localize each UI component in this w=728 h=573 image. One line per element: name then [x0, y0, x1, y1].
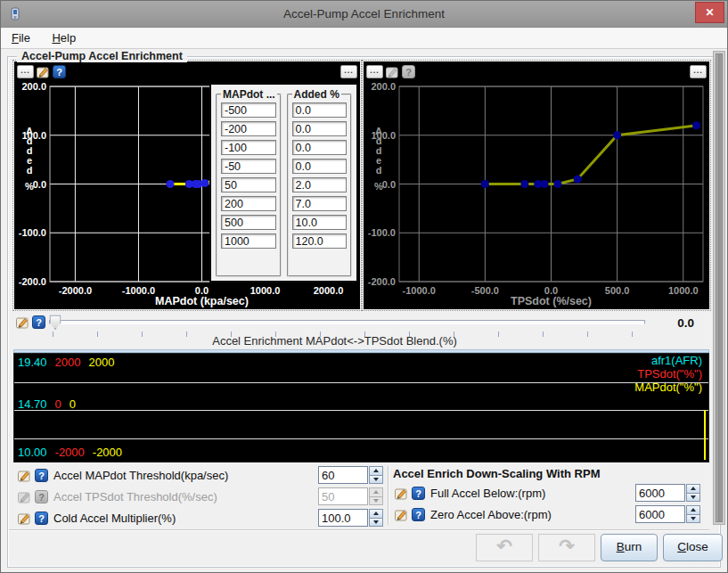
- help-icon[interactable]: ?: [53, 65, 66, 78]
- spinner-up-button[interactable]: [369, 487, 383, 496]
- cold-accel-multiplier-field[interactable]: 100.0: [318, 509, 368, 527]
- svg-text:0.0: 0.0: [33, 179, 46, 190]
- curve-table-cell[interactable]: 200: [221, 196, 276, 211]
- blend-slider-row: ? 0.0 Accel Enrichment MAPdot<->TPSdot B…: [13, 313, 709, 350]
- curve-table-cell[interactable]: 0.0: [292, 102, 348, 118]
- svg-text:%: %: [25, 181, 34, 192]
- accel-mapdot-threshold-row: ?Accel MAPdot Threshold(kpa/sec)60: [13, 464, 389, 486]
- svg-text:d: d: [27, 165, 33, 176]
- vertical-scrollbar[interactable]: [713, 51, 725, 525]
- spinner-up-button[interactable]: [686, 505, 700, 514]
- spinner-down-button[interactable]: [369, 518, 383, 528]
- close-window-button[interactable]: ✕: [695, 2, 724, 23]
- mapdot-chart-header: ... ? Accel MAPdot Curve ...: [14, 61, 360, 81]
- undo-button[interactable]: ↶: [476, 534, 533, 561]
- graph-gridline: [14, 410, 708, 411]
- spinner-up-button[interactable]: [369, 466, 383, 475]
- rpm-scaling-controls: Accel Enrich Down-Scaling With RPM ?Full…: [390, 464, 708, 525]
- added-pct-column-header: Added %: [292, 88, 341, 101]
- curve-table-cell[interactable]: 0.0: [292, 159, 348, 174]
- curve-table-cell[interactable]: -200: [221, 121, 276, 136]
- curve-table-cell[interactable]: 500: [221, 215, 276, 230]
- graph-scale-value: 2000: [55, 356, 81, 369]
- svg-text:-100.0: -100.0: [19, 227, 46, 238]
- svg-text:2000.0: 2000.0: [314, 285, 344, 296]
- full-accel-below-rpm-field[interactable]: 6000: [635, 484, 685, 502]
- accel-mapdot-threshold-field[interactable]: 60: [318, 466, 368, 484]
- spinner-down-button[interactable]: [686, 493, 700, 503]
- help-icon[interactable]: ?: [32, 315, 45, 329]
- edit-pencil-icon[interactable]: [18, 512, 31, 525]
- zero-accel-above-rpm-field[interactable]: 6000: [635, 505, 685, 523]
- graph-legend-entry: MAPdot("%"): [634, 381, 702, 394]
- mapdot-chart-panel: ... ? Accel MAPdot Curve ... 200.0100.00…: [14, 61, 360, 309]
- groupbox-title: Accel-Pump Accel Enrichment: [17, 50, 187, 62]
- blend-slider-thumb[interactable]: [49, 315, 61, 330]
- tpsdot-options-button[interactable]: ...: [366, 65, 383, 78]
- undo-icon: ↶: [496, 536, 512, 556]
- tpsdot-menu-button[interactable]: ...: [690, 65, 707, 78]
- graph-scale-value: 2000: [88, 356, 114, 369]
- accel-mapdot-threshold-spinner: 60: [318, 466, 383, 484]
- zero-accel-above-rpm-spinner: 6000: [635, 505, 700, 523]
- curve-table-cell[interactable]: -100: [221, 140, 276, 155]
- graph-gridline: [14, 382, 708, 383]
- edit-pencil-icon[interactable]: [395, 508, 408, 521]
- edit-pencil-icon[interactable]: [18, 469, 31, 482]
- spinner-down-button[interactable]: [686, 514, 700, 524]
- curve-table-cell[interactable]: -50: [221, 159, 276, 174]
- help-icon: ?: [35, 490, 48, 503]
- help-icon[interactable]: ?: [412, 487, 425, 500]
- accel-mapdot-threshold-label: Accel MAPdot Threshold(kpa/sec): [53, 469, 228, 482]
- edit-pencil-icon[interactable]: [37, 65, 50, 78]
- spinner-down-button[interactable]: [369, 475, 383, 485]
- redo-button[interactable]: ↷: [538, 534, 595, 561]
- burn-button[interactable]: Burn: [601, 534, 658, 561]
- help-icon[interactable]: ?: [35, 469, 48, 482]
- curve-table-cell[interactable]: 0.0: [292, 121, 348, 136]
- help-icon[interactable]: ?: [35, 512, 48, 525]
- spinner-up-button[interactable]: [686, 484, 700, 493]
- menu-help[interactable]: Help: [45, 29, 83, 47]
- accel-tpsdot-threshold-field[interactable]: 50: [318, 487, 368, 505]
- dialog-window: Accel-Pump Accel Enrichment ✕ File Help …: [0, 0, 728, 573]
- svg-text:1000.0: 1000.0: [668, 285, 699, 296]
- spinner-down-button[interactable]: [369, 496, 383, 506]
- svg-text:1000.0: 1000.0: [250, 285, 281, 296]
- graph-scale-value: 19.40: [18, 356, 47, 369]
- curve-table-cell[interactable]: 50: [221, 177, 276, 192]
- spinner-up-button[interactable]: [369, 509, 383, 518]
- blend-slider-track[interactable]: [49, 320, 645, 324]
- accel-tpsdot-threshold-label: Accel TPSdot Threshold(%/sec): [53, 490, 217, 503]
- curve-table-cell[interactable]: 1000: [221, 233, 276, 249]
- graph-legend-entry: afr1(AFR): [634, 354, 702, 367]
- graph-scale-value: 0: [70, 397, 76, 411]
- mapdot-menu-button[interactable]: ...: [340, 65, 357, 78]
- edit-pencil-icon[interactable]: [395, 487, 408, 500]
- menu-file[interactable]: File: [4, 29, 37, 47]
- curve-table-cell[interactable]: 0.0: [292, 140, 348, 155]
- svg-text:MAPdot (kpa/sec): MAPdot (kpa/sec): [155, 295, 249, 307]
- curve-table-cell[interactable]: 120.0: [292, 233, 348, 249]
- help-icon-disabled: ?: [402, 65, 415, 78]
- scrollbar-thumb[interactable]: [716, 53, 723, 522]
- help-icon[interactable]: ?: [412, 508, 425, 521]
- svg-text:200.0: 200.0: [21, 81, 46, 92]
- curve-table-cell[interactable]: 7.0: [292, 196, 348, 211]
- menubar: File Help: [1, 29, 727, 49]
- tpsdot-chart-container: ... ? Accel TPSdot Curve ... 200.0100.00…: [362, 60, 711, 311]
- window-title: Accel-Pump Accel Enrichment: [1, 1, 727, 28]
- mapdot-options-button[interactable]: ...: [17, 65, 34, 78]
- curve-table-cell[interactable]: 2.0: [292, 177, 348, 192]
- full-accel-below-rpm-row: ?Full Accel Below:(rpm)6000: [390, 482, 708, 503]
- redo-icon: ↷: [559, 536, 575, 556]
- curve-table-cell[interactable]: 10.0: [292, 215, 348, 230]
- edit-pencil-icon[interactable]: [16, 315, 29, 329]
- close-button[interactable]: Close: [663, 534, 723, 561]
- graph-scale-max: 19.4020002000: [18, 356, 122, 369]
- curve-table-cell[interactable]: -500: [221, 102, 276, 118]
- threshold-controls: ?Accel MAPdot Threshold(kpa/sec)60?Accel…: [13, 464, 389, 528]
- graph-scale-value: -2000: [93, 446, 122, 459]
- graph-gridline: [14, 438, 708, 439]
- blend-slider-value: 0.0: [677, 316, 694, 330]
